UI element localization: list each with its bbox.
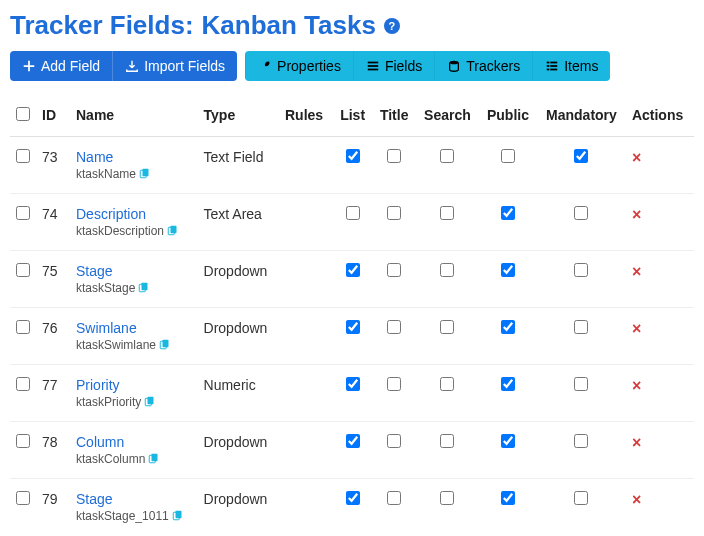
delete-button[interactable]: × — [632, 320, 641, 337]
public-checkbox[interactable] — [501, 263, 515, 277]
row-rules — [279, 137, 333, 194]
mandatory-checkbox[interactable] — [574, 149, 588, 163]
public-checkbox[interactable] — [501, 149, 515, 163]
row-id: 75 — [36, 251, 70, 308]
import-fields-label: Import Fields — [144, 58, 225, 74]
table-row: 79StagektaskStage_1011Dropdown× — [10, 479, 694, 536]
row-select-checkbox[interactable] — [16, 320, 30, 334]
search-checkbox[interactable] — [440, 263, 454, 277]
title-checkbox[interactable] — [387, 206, 401, 220]
delete-button[interactable]: × — [632, 149, 641, 166]
row-select-checkbox[interactable] — [16, 263, 30, 277]
public-checkbox[interactable] — [501, 434, 515, 448]
help-icon[interactable]: ? — [384, 18, 400, 34]
col-actions: Actions — [626, 95, 694, 137]
copy-icon[interactable] — [138, 168, 150, 180]
fields-button[interactable]: Fields — [353, 51, 434, 81]
public-checkbox[interactable] — [501, 206, 515, 220]
search-checkbox[interactable] — [440, 491, 454, 505]
mandatory-checkbox[interactable] — [574, 206, 588, 220]
field-name-link[interactable]: Swimlane — [76, 320, 192, 336]
import-icon — [125, 59, 139, 73]
svg-rect-23 — [175, 511, 181, 519]
field-name-link[interactable]: Name — [76, 149, 192, 165]
row-select-checkbox[interactable] — [16, 434, 30, 448]
delete-button[interactable]: × — [632, 491, 641, 508]
row-select-checkbox[interactable] — [16, 491, 30, 505]
list-checkbox[interactable] — [346, 206, 360, 220]
title-checkbox[interactable] — [387, 491, 401, 505]
col-mandatory[interactable]: Mandatory — [537, 95, 626, 137]
col-title[interactable]: Title — [372, 95, 416, 137]
trackers-button[interactable]: Trackers — [434, 51, 532, 81]
field-name-link[interactable]: Description — [76, 206, 192, 222]
col-rules[interactable]: Rules — [279, 95, 333, 137]
svg-rect-4 — [547, 62, 550, 64]
table-row: 78ColumnktaskColumnDropdown× — [10, 422, 694, 479]
public-checkbox[interactable] — [501, 320, 515, 334]
list-checkbox[interactable] — [346, 377, 360, 391]
delete-button[interactable]: × — [632, 263, 641, 280]
copy-icon[interactable] — [147, 453, 159, 465]
title-checkbox[interactable] — [387, 263, 401, 277]
items-button[interactable]: Items — [532, 51, 610, 81]
copy-icon[interactable] — [171, 510, 183, 522]
col-type[interactable]: Type — [198, 95, 279, 137]
import-fields-button[interactable]: Import Fields — [112, 51, 237, 81]
perm-name: ktaskStage — [76, 281, 149, 295]
row-select-checkbox[interactable] — [16, 377, 30, 391]
public-checkbox[interactable] — [501, 377, 515, 391]
row-rules — [279, 479, 333, 536]
title-name: Kanban Tasks — [202, 10, 376, 41]
field-name-link[interactable]: Priority — [76, 377, 192, 393]
select-all-checkbox[interactable] — [16, 107, 30, 121]
mandatory-checkbox[interactable] — [574, 434, 588, 448]
col-name[interactable]: Name — [70, 95, 198, 137]
copy-icon[interactable] — [137, 282, 149, 294]
row-id: 79 — [36, 479, 70, 536]
mandatory-checkbox[interactable] — [574, 320, 588, 334]
search-checkbox[interactable] — [440, 320, 454, 334]
field-name-link[interactable]: Stage — [76, 491, 192, 507]
list-checkbox[interactable] — [346, 149, 360, 163]
mandatory-checkbox[interactable] — [574, 377, 588, 391]
copy-icon[interactable] — [143, 396, 155, 408]
properties-button[interactable]: Properties — [245, 51, 353, 81]
row-select-checkbox[interactable] — [16, 149, 30, 163]
delete-button[interactable]: × — [632, 377, 641, 394]
field-name-link[interactable]: Stage — [76, 263, 192, 279]
row-type: Dropdown — [198, 251, 279, 308]
title-checkbox[interactable] — [387, 377, 401, 391]
mandatory-checkbox[interactable] — [574, 491, 588, 505]
svg-rect-0 — [368, 62, 379, 64]
table-row: 73NamektaskNameText Field× — [10, 137, 694, 194]
search-checkbox[interactable] — [440, 149, 454, 163]
col-search[interactable]: Search — [416, 95, 479, 137]
delete-button[interactable]: × — [632, 434, 641, 451]
list-checkbox[interactable] — [346, 491, 360, 505]
row-rules — [279, 251, 333, 308]
field-name-link[interactable]: Column — [76, 434, 192, 450]
col-list[interactable]: List — [333, 95, 373, 137]
title-checkbox[interactable] — [387, 434, 401, 448]
row-id: 78 — [36, 422, 70, 479]
svg-rect-19 — [148, 397, 154, 405]
list-checkbox[interactable] — [346, 434, 360, 448]
search-checkbox[interactable] — [440, 377, 454, 391]
svg-rect-6 — [547, 65, 550, 67]
delete-button[interactable]: × — [632, 206, 641, 223]
row-select-checkbox[interactable] — [16, 206, 30, 220]
title-checkbox[interactable] — [387, 149, 401, 163]
list-checkbox[interactable] — [346, 263, 360, 277]
public-checkbox[interactable] — [501, 491, 515, 505]
mandatory-checkbox[interactable] — [574, 263, 588, 277]
col-id[interactable]: ID — [36, 95, 70, 137]
copy-icon[interactable] — [166, 225, 178, 237]
title-checkbox[interactable] — [387, 320, 401, 334]
search-checkbox[interactable] — [440, 434, 454, 448]
col-public[interactable]: Public — [479, 95, 537, 137]
copy-icon[interactable] — [158, 339, 170, 351]
search-checkbox[interactable] — [440, 206, 454, 220]
add-field-button[interactable]: Add Field — [10, 51, 112, 81]
list-checkbox[interactable] — [346, 320, 360, 334]
